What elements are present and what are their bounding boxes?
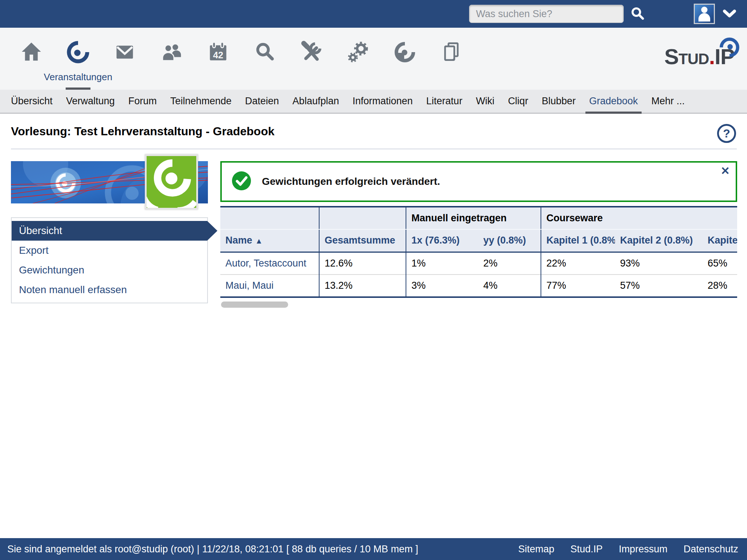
sidebar-nav: Übersicht Export Gewichtungen Noten manu… [11, 217, 208, 303]
success-message: Gewichtungen erfolgreich verändert. ✕ [220, 161, 737, 202]
nav-community[interactable] [148, 41, 195, 88]
nav-messages[interactable] [101, 41, 148, 88]
home-icon [20, 41, 43, 63]
tab-mehr[interactable]: Mehr ... [651, 90, 685, 113]
sidebar: Übersicht Export Gewichtungen Noten manu… [11, 161, 208, 308]
tab-uebersicht[interactable]: Übersicht [11, 90, 53, 113]
main-panel: Gewichtungen erfolgreich verändert. ✕ Ma… [220, 161, 737, 308]
studip-logo-swirl-icon [719, 37, 740, 59]
topbar [0, 0, 747, 28]
course-tab-nav: Übersicht Verwaltung Forum Teilnehmende … [0, 90, 747, 114]
tab-verwaltung[interactable]: Verwaltung [66, 90, 115, 113]
pages-icon [441, 41, 462, 63]
person-icon [696, 5, 713, 23]
search-submit-button[interactable] [630, 6, 646, 22]
column-header-name[interactable]: Name▲ [220, 229, 319, 252]
cell-yy: 4% [478, 275, 541, 297]
svg-text:42: 42 [213, 50, 223, 60]
footer-link-datenschutz[interactable]: Datenschutz [684, 544, 738, 555]
student-name-link[interactable]: Maui, Maui [220, 275, 319, 297]
student-name-link[interactable]: Autor, Testaccount [220, 252, 319, 275]
sidebar-item-noten-manuell[interactable]: Noten manuell erfassen [12, 280, 207, 300]
cell-kapitel2: 93% [615, 252, 703, 275]
nav-pages[interactable] [428, 41, 475, 88]
column-header-kapitel1[interactable]: Kapitel 1 (0.8%) [541, 229, 615, 252]
sort-asc-icon: ▲ [255, 237, 263, 245]
gradebook-table-container: Manuell eingetragen Courseware Name▲ Ges… [220, 206, 737, 298]
success-check-icon [232, 171, 251, 192]
column-header-yy[interactable]: yy (0.8%) [478, 229, 541, 252]
nav-search[interactable] [241, 41, 288, 88]
cell-kapitel3: 28% [703, 275, 737, 297]
column-header-1x[interactable]: 1x (76.3%) [406, 229, 478, 252]
cell-1x: 3% [406, 275, 478, 297]
global-search [469, 5, 646, 23]
cell-yy: 2% [478, 252, 541, 275]
tab-forum[interactable]: Forum [128, 90, 157, 113]
page-title: Vorlesung: Test Lehrveranstaltung - Grad… [11, 125, 737, 138]
tab-informationen[interactable]: Informationen [352, 90, 413, 113]
nav-veranstaltungen[interactable]: Veranstaltungen [55, 41, 101, 88]
cell-kapitel1: 22% [541, 252, 615, 275]
course-banner-image [11, 161, 208, 203]
footer-link-impressum[interactable]: Impressum [619, 544, 667, 555]
sidebar-item-gewichtungen[interactable]: Gewichtungen [12, 260, 207, 280]
main-icon-nav: Veranstaltungen [0, 28, 747, 90]
column-header-kapitel3[interactable]: Kapitel 3 [703, 229, 737, 252]
tools-icon [300, 41, 323, 63]
mail-icon [114, 41, 136, 63]
tab-gradebook[interactable]: Gradebook [589, 90, 638, 113]
nav-tools[interactable] [288, 41, 335, 88]
nav-tour[interactable] [382, 41, 428, 88]
cell-kapitel3: 65% [703, 252, 737, 275]
title-divider [11, 148, 737, 149]
group-header-courseware: Courseware [541, 207, 737, 229]
content-area: Vorlesung: Test Lehrveranstaltung - Grad… [0, 114, 747, 538]
footer-link-sitemap[interactable]: Sitemap [518, 544, 554, 555]
cell-gesamtsumme: 12.6% [319, 252, 406, 275]
studip-logo[interactable]: Stud.IP [664, 46, 735, 68]
close-icon[interactable]: ✕ [721, 166, 730, 176]
success-message-text: Gewichtungen erfolgreich verändert. [262, 176, 440, 187]
login-status-text: Sie sind angemeldet als root@studip (roo… [7, 544, 418, 555]
tab-wiki[interactable]: Wiki [476, 90, 495, 113]
table-row: Autor, Testaccount 12.6% 1% 2% 22% 93% 6… [220, 252, 737, 275]
gradebook-table: Manuell eingetragen Courseware Name▲ Ges… [220, 206, 737, 298]
cell-1x: 1% [406, 252, 478, 275]
cell-kapitel1: 77% [541, 275, 615, 297]
footer-links: Sitemap Stud.IP Impressum Datenschutz [518, 544, 738, 555]
nav-admin[interactable] [335, 41, 382, 88]
calendar-icon: 42 [207, 41, 229, 63]
tab-literatur[interactable]: Literatur [426, 90, 462, 113]
group-header-empty-2 [319, 207, 406, 229]
horizontal-scrollbar-thumb[interactable] [221, 302, 288, 308]
tab-dateien[interactable]: Dateien [245, 90, 279, 113]
group-header-manuell: Manuell eingetragen [406, 207, 541, 229]
sidebar-item-uebersicht[interactable]: Übersicht [12, 221, 207, 241]
tab-cliqr[interactable]: Cliqr [508, 90, 529, 113]
sidebar-item-export[interactable]: Export [12, 241, 207, 260]
footer: Sie sind angemeldet als root@studip (roo… [0, 538, 747, 560]
community-icon [160, 41, 183, 63]
admin-gears-icon [347, 41, 369, 63]
tab-teilnehmende[interactable]: Teilnehmende [170, 90, 232, 113]
search-input[interactable] [469, 5, 624, 23]
user-avatar[interactable] [694, 4, 715, 24]
tab-ablaufplan[interactable]: Ablaufplan [293, 90, 339, 113]
cell-gesamtsumme: 13.2% [319, 275, 406, 297]
course-avatar [145, 154, 198, 210]
tab-blubber[interactable]: Blubber [542, 90, 576, 113]
user-menu-toggle[interactable] [723, 9, 736, 20]
search-icon [630, 18, 646, 23]
tour-swirl-icon [394, 41, 416, 63]
column-header-gesamtsumme[interactable]: Gesamtsumme [319, 229, 406, 252]
seminar-swirl-icon [67, 41, 89, 63]
footer-link-studip[interactable]: Stud.IP [570, 544, 603, 555]
table-row: Maui, Maui 13.2% 3% 4% 77% 57% 28% [220, 275, 737, 297]
nav-calendar[interactable]: 42 [195, 41, 241, 88]
column-header-kapitel2[interactable]: Kapitel 2 (0.8%) [615, 229, 703, 252]
search-icon [253, 41, 276, 63]
help-icon[interactable]: ? [717, 124, 736, 143]
cell-kapitel2: 57% [615, 275, 703, 297]
group-header-empty-1 [220, 207, 319, 229]
